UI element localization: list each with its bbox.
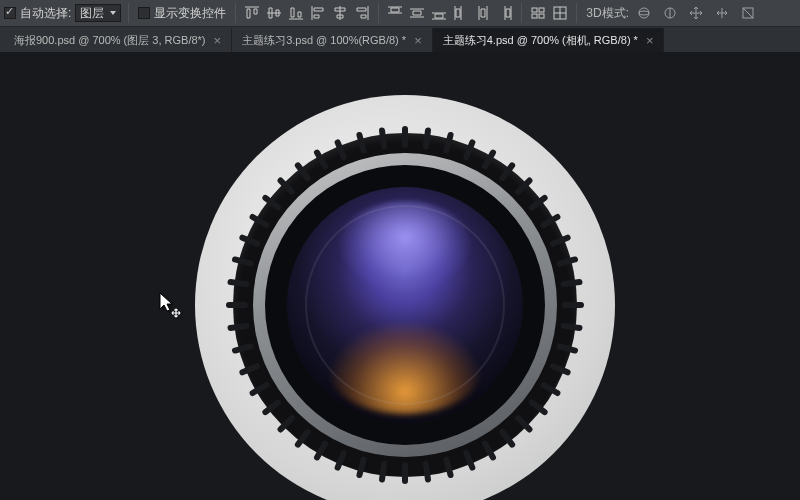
mode-3d-group: 3D模式: bbox=[586, 3, 759, 23]
auto-select-checkbox[interactable] bbox=[4, 7, 16, 19]
separator bbox=[128, 3, 129, 23]
camera-lens-artwork bbox=[195, 95, 615, 500]
auto-select-dropdown[interactable]: 图层 bbox=[75, 4, 121, 22]
mode-3d-label: 3D模式: bbox=[586, 5, 629, 22]
separator bbox=[521, 3, 522, 23]
dist-bottom-button[interactable] bbox=[428, 3, 450, 23]
tab-label: 海报900.psd @ 700% (图层 3, RGB/8*) bbox=[14, 33, 206, 48]
move-cursor-icon bbox=[158, 291, 184, 323]
align-hcenter-button[interactable] bbox=[329, 3, 351, 23]
separator bbox=[576, 3, 577, 23]
pan-3d-button[interactable] bbox=[685, 3, 707, 23]
roll-3d-button[interactable] bbox=[659, 3, 681, 23]
align-right-button[interactable] bbox=[351, 3, 373, 23]
align-top-button[interactable] bbox=[241, 3, 263, 23]
tab-label: 主题练习4.psd @ 700% (相机, RGB/8) * bbox=[443, 33, 638, 48]
svg-rect-3 bbox=[539, 14, 544, 18]
arrange-group bbox=[527, 3, 571, 23]
align-group bbox=[241, 3, 373, 23]
close-icon[interactable]: × bbox=[214, 34, 222, 47]
close-icon[interactable]: × bbox=[414, 34, 422, 47]
arrange-more-button[interactable] bbox=[549, 3, 571, 23]
separator bbox=[235, 3, 236, 23]
document-tab[interactable]: 主题练习3.psd @ 100%(RGB/8) * × bbox=[232, 28, 433, 52]
options-bar: 自动选择: 图层 显示变换控件 3D模式: bbox=[0, 0, 800, 27]
svg-rect-0 bbox=[532, 8, 537, 12]
separator bbox=[378, 3, 379, 23]
chevron-down-icon bbox=[110, 11, 116, 15]
document-tab[interactable]: 主题练习4.psd @ 700% (相机, RGB/8) * × bbox=[433, 28, 665, 52]
dist-hcenter-button[interactable] bbox=[472, 3, 494, 23]
dist-left-button[interactable] bbox=[450, 3, 472, 23]
slide-3d-button[interactable] bbox=[711, 3, 733, 23]
align-bottom-button[interactable] bbox=[285, 3, 307, 23]
distribute-group bbox=[384, 3, 516, 23]
show-transform-label: 显示变换控件 bbox=[154, 5, 226, 22]
svg-rect-1 bbox=[539, 8, 544, 12]
svg-point-5 bbox=[639, 8, 649, 18]
tab-label: 主题练习3.psd @ 100%(RGB/8) * bbox=[242, 33, 406, 48]
svg-rect-2 bbox=[532, 14, 537, 18]
document-tab-bar: 海报900.psd @ 700% (图层 3, RGB/8*) × 主题练习3.… bbox=[0, 27, 800, 53]
document-tab[interactable]: 海报900.psd @ 700% (图层 3, RGB/8*) × bbox=[4, 28, 232, 52]
auto-select-label: 自动选择: bbox=[20, 5, 71, 22]
dist-right-button[interactable] bbox=[494, 3, 516, 23]
align-vcenter-button[interactable] bbox=[263, 3, 285, 23]
scale-3d-button[interactable] bbox=[737, 3, 759, 23]
show-transform-checkbox[interactable] bbox=[138, 7, 150, 19]
align-left-button[interactable] bbox=[307, 3, 329, 23]
svg-point-6 bbox=[639, 11, 649, 15]
dist-vcenter-button[interactable] bbox=[406, 3, 428, 23]
auto-select-group: 自动选择: 图层 bbox=[4, 4, 121, 22]
orbit-3d-button[interactable] bbox=[633, 3, 655, 23]
dist-top-button[interactable] bbox=[384, 3, 406, 23]
canvas-area[interactable] bbox=[0, 53, 800, 500]
auto-align-button[interactable] bbox=[527, 3, 549, 23]
auto-select-mode-value: 图层 bbox=[80, 5, 104, 22]
show-transform-group: 显示变换控件 bbox=[138, 5, 226, 22]
close-icon[interactable]: × bbox=[646, 34, 654, 47]
